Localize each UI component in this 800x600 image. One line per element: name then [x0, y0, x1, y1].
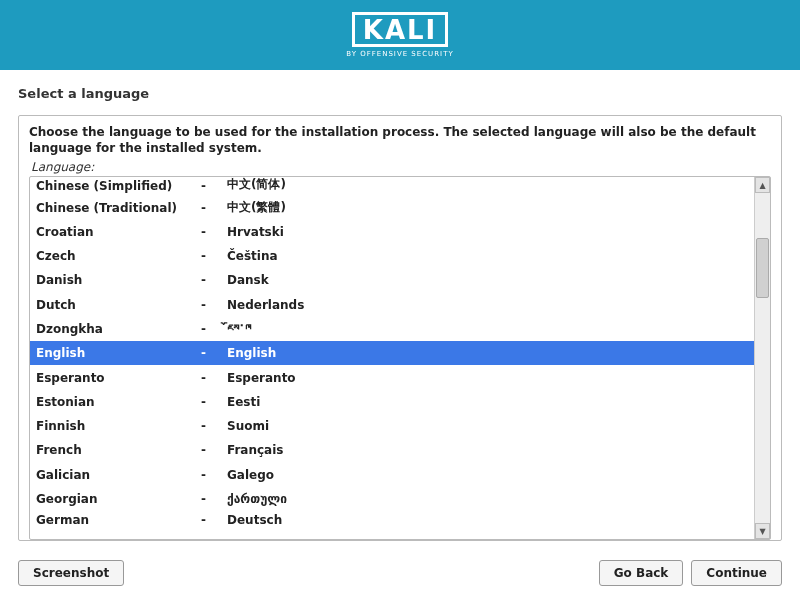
language-native-name: Suomi	[227, 419, 754, 433]
separator: -	[201, 513, 227, 527]
language-native-name: Français	[227, 443, 754, 457]
language-english-name: Georgian	[36, 492, 201, 506]
language-native-name: Dansk	[227, 273, 754, 287]
list-item[interactable]: Georgian-ქართული	[30, 487, 754, 511]
go-back-button[interactable]: Go Back	[599, 560, 684, 586]
language-listbox: Chinese (Simplified)-中文(简体)Chinese (Trad…	[29, 176, 771, 540]
separator: -	[201, 322, 227, 336]
separator: -	[201, 201, 227, 215]
separator: -	[201, 492, 227, 506]
list-item[interactable]: English-English	[30, 341, 754, 365]
separator: -	[201, 225, 227, 239]
main-panel: Choose the language to be used for the i…	[18, 115, 782, 541]
footer-bar: Screenshot Go Back Continue	[18, 560, 782, 586]
language-english-name: Esperanto	[36, 371, 201, 385]
separator: -	[201, 395, 227, 409]
list-item[interactable]: Estonian-Eesti	[30, 390, 754, 414]
list-item[interactable]: Croatian-Hrvatski	[30, 220, 754, 244]
language-english-name: Dzongkha	[36, 322, 201, 336]
language-english-name: Estonian	[36, 395, 201, 409]
language-native-name: English	[227, 346, 754, 360]
language-native-name: Esperanto	[227, 371, 754, 385]
list-item[interactable]: Esperanto-Esperanto	[30, 365, 754, 389]
list-item[interactable]: Chinese (Simplified)-中文(简体)	[30, 177, 754, 195]
list-item[interactable]: Finnish-Suomi	[30, 414, 754, 438]
language-native-name: Galego	[227, 468, 754, 482]
language-native-name: 中文(繁體)	[227, 199, 754, 216]
language-english-name: Czech	[36, 249, 201, 263]
list-item[interactable]: Galician-Galego	[30, 463, 754, 487]
kali-logo: KALI BY OFFENSIVE SECURITY	[346, 12, 453, 59]
continue-button[interactable]: Continue	[691, 560, 782, 586]
separator: -	[201, 468, 227, 482]
language-label: Language:	[31, 160, 771, 174]
language-native-name: ཇོས་ཁ	[227, 322, 754, 336]
language-native-name: Hrvatski	[227, 225, 754, 239]
list-item[interactable]: Chinese (Traditional)-中文(繁體)	[30, 195, 754, 219]
header-banner: KALI BY OFFENSIVE SECURITY	[0, 0, 800, 70]
separator: -	[201, 346, 227, 360]
list-item[interactable]: Dutch-Nederlands	[30, 293, 754, 317]
logo-title: KALI	[352, 12, 449, 48]
separator: -	[201, 249, 227, 263]
language-english-name: French	[36, 443, 201, 457]
language-english-name: Chinese (Simplified)	[36, 179, 201, 193]
language-native-name: ქართული	[227, 492, 754, 506]
language-english-name: Danish	[36, 273, 201, 287]
separator: -	[201, 273, 227, 287]
scrollbar[interactable]: ▲ ▼	[754, 177, 770, 539]
list-item[interactable]: Danish-Dansk	[30, 268, 754, 292]
language-native-name: 中文(简体)	[227, 177, 754, 193]
list-item[interactable]: Dzongkha-ཇོས་ཁ	[30, 317, 754, 341]
list-item[interactable]: Czech-Čeština	[30, 244, 754, 268]
separator: -	[201, 443, 227, 457]
language-english-name: Dutch	[36, 298, 201, 312]
separator: -	[201, 179, 227, 193]
language-list[interactable]: Chinese (Simplified)-中文(简体)Chinese (Trad…	[30, 177, 754, 539]
scroll-track[interactable]	[755, 193, 770, 523]
scroll-down-button[interactable]: ▼	[755, 523, 770, 539]
language-english-name: Finnish	[36, 419, 201, 433]
language-english-name: Galician	[36, 468, 201, 482]
list-item[interactable]: French-Français	[30, 438, 754, 462]
page-title: Select a language	[18, 86, 782, 101]
instruction-text: Choose the language to be used for the i…	[29, 124, 771, 156]
language-english-name: Croatian	[36, 225, 201, 239]
separator: -	[201, 419, 227, 433]
language-native-name: Eesti	[227, 395, 754, 409]
language-native-name: Čeština	[227, 249, 754, 263]
logo-subtitle: BY OFFENSIVE SECURITY	[346, 50, 453, 58]
language-native-name: Deutsch	[227, 513, 754, 527]
separator: -	[201, 371, 227, 385]
language-english-name: Chinese (Traditional)	[36, 201, 201, 215]
language-english-name: German	[36, 513, 201, 527]
scroll-thumb[interactable]	[756, 238, 769, 298]
list-item[interactable]: German-Deutsch	[30, 511, 754, 527]
scroll-up-button[interactable]: ▲	[755, 177, 770, 193]
screenshot-button[interactable]: Screenshot	[18, 560, 124, 586]
language-native-name: Nederlands	[227, 298, 754, 312]
separator: -	[201, 298, 227, 312]
language-english-name: English	[36, 346, 201, 360]
